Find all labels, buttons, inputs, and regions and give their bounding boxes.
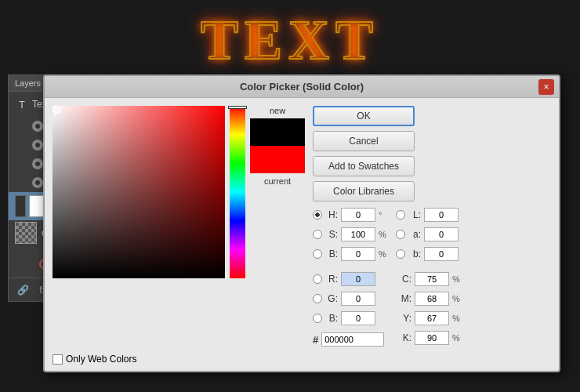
y-field-row: Y: % [396, 310, 463, 327]
y-label: Y: [396, 313, 411, 324]
current-label: current [264, 176, 291, 186]
s-input[interactable] [341, 227, 375, 241]
m-label: M: [396, 293, 411, 304]
color-picker-dialog: Color Picker (Solid Color) × new [43, 74, 560, 372]
g-label: G: [325, 293, 338, 304]
background-text: TEXT [201, 8, 379, 73]
text-layer-icon: T [15, 97, 29, 111]
k-label: K: [396, 332, 411, 343]
b2-input[interactable] [341, 311, 375, 325]
b3-label: b: [408, 249, 421, 260]
l-label: L: [408, 209, 421, 220]
web-colors-label: Only Web Colors [66, 354, 136, 365]
m-input[interactable] [415, 292, 449, 306]
dialog-title: Color Picker (Solid Color) [240, 81, 364, 93]
color-libraries-button[interactable]: Color Libraries [313, 181, 415, 201]
outer-glow-eye[interactable] [32, 158, 43, 169]
b-input[interactable] [341, 247, 375, 261]
c-input[interactable] [415, 272, 449, 286]
hue-slider[interactable] [230, 106, 245, 278]
new-label: new [270, 106, 285, 115]
b2-field-row: B: [313, 310, 390, 327]
r-field-row: R: [313, 270, 390, 288]
m-field-row: M: % [396, 290, 463, 307]
b-radio[interactable] [313, 249, 322, 259]
hex-symbol: # [313, 334, 318, 346]
hex-row: # [313, 332, 390, 347]
hue-indicator [228, 106, 247, 109]
h-unit: ° [379, 210, 390, 220]
gradient-picker[interactable] [53, 106, 225, 278]
r-radio[interactable] [313, 274, 322, 284]
color-checker-thumb [15, 222, 37, 244]
add-to-swatches-button[interactable]: Add to Swatches [313, 156, 415, 176]
dialog-right-panel: OK Cancel Add to Swatches Color Librarie… [313, 106, 463, 363]
k-unit: % [452, 333, 463, 343]
b-label: B: [325, 249, 338, 260]
h-input[interactable] [341, 208, 375, 222]
ok-button[interactable]: OK [313, 106, 415, 126]
g-input[interactable] [341, 292, 375, 306]
color-current-swatch [250, 146, 305, 173]
spacer1 [313, 265, 390, 268]
fields-right: L: a: b: [396, 206, 463, 347]
y-unit: % [452, 314, 463, 323]
h-field-row: H: ° [313, 206, 390, 223]
c-label: C: [396, 274, 411, 285]
h-radio[interactable] [313, 210, 322, 220]
dialog-close-button[interactable]: × [538, 79, 554, 95]
b3-radio[interactable] [396, 249, 405, 259]
gradient-row: new current [53, 106, 305, 278]
dialog-titlebar: Color Picker (Solid Color) × [45, 76, 559, 98]
l-input[interactable] [424, 208, 459, 222]
spacer2 [396, 265, 463, 268]
k-input[interactable] [415, 331, 449, 345]
link-btn[interactable]: 🔗 [15, 282, 31, 298]
color-fields-section: H: ° S: % B: [313, 206, 463, 347]
y-input[interactable] [415, 311, 449, 325]
k-field-row: K: % [396, 329, 463, 347]
s-field-row: S: % [313, 226, 390, 243]
l-field-row: L: [396, 206, 463, 223]
r-label: R: [325, 274, 338, 285]
cancel-button[interactable]: Cancel [313, 131, 415, 151]
g-radio[interactable] [313, 294, 322, 303]
s-radio[interactable] [313, 230, 322, 239]
b3-input[interactable] [424, 247, 459, 261]
color-preview-box [250, 118, 305, 173]
color-preview-area: new current [250, 106, 305, 278]
gradient-crosshair [53, 106, 60, 114]
inner-glow-eye[interactable] [32, 140, 43, 151]
effects-eye[interactable] [32, 121, 43, 132]
a-input[interactable] [424, 227, 459, 241]
hex-input[interactable] [321, 332, 384, 347]
r-input[interactable] [341, 272, 375, 286]
s-label: S: [325, 229, 338, 240]
hue-slider-container[interactable] [230, 106, 245, 278]
fields-left: H: ° S: % B: [313, 206, 390, 347]
c-unit: % [452, 274, 463, 284]
web-colors-checkbox[interactable] [53, 354, 63, 365]
s-unit: % [379, 230, 390, 239]
b-field-row: B: % [313, 245, 390, 263]
b2-radio[interactable] [313, 314, 322, 323]
l-radio[interactable] [396, 210, 405, 220]
h-label: H: [325, 209, 338, 220]
a-label: a: [408, 229, 421, 240]
color-new-swatch [250, 118, 305, 146]
g-field-row: G: [313, 290, 390, 307]
a-radio[interactable] [396, 230, 405, 239]
color-gradient-box[interactable] [53, 106, 225, 278]
c-field-row: C: % [396, 270, 463, 288]
b-unit: % [379, 249, 390, 259]
m-unit: % [452, 294, 463, 303]
color-fill-black-thumb [15, 195, 26, 217]
gradient-section: new current Only Web Colors [53, 106, 305, 363]
b3-field-row: b: [396, 245, 463, 263]
a-field-row: a: [396, 226, 463, 243]
web-colors-row: Only Web Colors [53, 354, 136, 365]
drop-shadow-eye[interactable] [32, 177, 43, 188]
b2-label: B: [325, 313, 338, 324]
dialog-body: new current Only Web Colors OK Cancel Ad… [45, 98, 559, 371]
